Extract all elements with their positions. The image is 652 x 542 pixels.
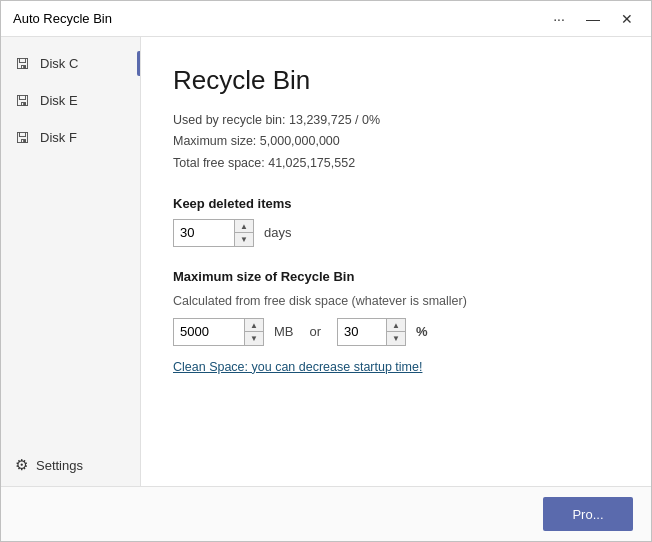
keep-days-down[interactable]: ▼ <box>235 232 253 246</box>
sidebar-item-label: Disk C <box>40 56 78 71</box>
keep-days-spinbox[interactable]: ▲ ▼ <box>173 219 254 247</box>
free-space-info: Total free space: 41,025,175,552 <box>173 153 619 174</box>
app-title: Auto Recycle Bin <box>13 11 112 26</box>
disk-icon: 🖫 <box>15 55 30 72</box>
mb-spin-buttons: ▲ ▼ <box>244 319 263 345</box>
pro-button[interactable]: Pro... <box>543 497 633 531</box>
sidebar-item-disk-f[interactable]: 🖫 Disk F <box>1 119 140 156</box>
close-button[interactable]: ✕ <box>611 5 643 33</box>
footer: Pro... <box>1 486 651 541</box>
settings-item[interactable]: ⚙ Settings <box>1 444 140 486</box>
mb-down[interactable]: ▼ <box>245 331 263 345</box>
more-button[interactable]: ··· <box>543 5 575 33</box>
pct-up[interactable]: ▲ <box>387 319 405 332</box>
max-size-row: ▲ ▼ MB or ▲ ▼ % <box>173 318 619 346</box>
pct-unit: % <box>416 324 428 339</box>
keep-days-row: ▲ ▼ days <box>173 219 619 247</box>
titlebar-controls: ··· — ✕ <box>543 5 643 33</box>
body-area: 🖫 Disk C 🖫 Disk E 🖫 Disk F ⚙ Settings Re… <box>1 37 651 486</box>
settings-label: Settings <box>36 458 83 473</box>
app-window: Auto Recycle Bin ··· — ✕ 🖫 Disk C 🖫 Disk… <box>0 0 652 542</box>
keep-days-spin-buttons: ▲ ▼ <box>234 220 253 246</box>
sidebar: 🖫 Disk C 🖫 Disk E 🖫 Disk F ⚙ Settings <box>1 37 141 486</box>
mb-unit: MB <box>274 324 294 339</box>
used-info: Used by recycle bin: 13,239,725 / 0% <box>173 110 619 131</box>
mb-spinbox[interactable]: ▲ ▼ <box>173 318 264 346</box>
keep-days-input[interactable] <box>174 220 234 246</box>
sidebar-item-disk-c[interactable]: 🖫 Disk C <box>1 45 140 82</box>
titlebar-left: Auto Recycle Bin <box>13 11 112 26</box>
max-size-description: Calculated from free disk space (whateve… <box>173 294 619 308</box>
clean-space-link[interactable]: Clean Space: you can decrease startup ti… <box>173 360 422 374</box>
pct-spinbox[interactable]: ▲ ▼ <box>337 318 406 346</box>
titlebar: Auto Recycle Bin ··· — ✕ <box>1 1 651 37</box>
pct-down[interactable]: ▼ <box>387 331 405 345</box>
days-unit: days <box>264 225 291 240</box>
disk-icon: 🖫 <box>15 129 30 146</box>
main-content: Recycle Bin Used by recycle bin: 13,239,… <box>141 37 651 486</box>
pct-input[interactable] <box>338 319 386 345</box>
settings-icon: ⚙ <box>15 456 28 474</box>
max-size-info: Maximum size: 5,000,000,000 <box>173 131 619 152</box>
mb-up[interactable]: ▲ <box>245 319 263 332</box>
mb-input[interactable] <box>174 319 244 345</box>
disk-icon: 🖫 <box>15 92 30 109</box>
or-label: or <box>310 324 322 339</box>
sidebar-item-label: Disk E <box>40 93 78 108</box>
page-title: Recycle Bin <box>173 65 619 96</box>
minimize-button[interactable]: — <box>577 5 609 33</box>
sidebar-item-label: Disk F <box>40 130 77 145</box>
keep-days-up[interactable]: ▲ <box>235 220 253 233</box>
keep-section-label: Keep deleted items <box>173 196 619 211</box>
sidebar-item-disk-e[interactable]: 🖫 Disk E <box>1 82 140 119</box>
pct-spin-buttons: ▲ ▼ <box>386 319 405 345</box>
max-size-section-label: Maximum size of Recycle Bin <box>173 269 619 284</box>
